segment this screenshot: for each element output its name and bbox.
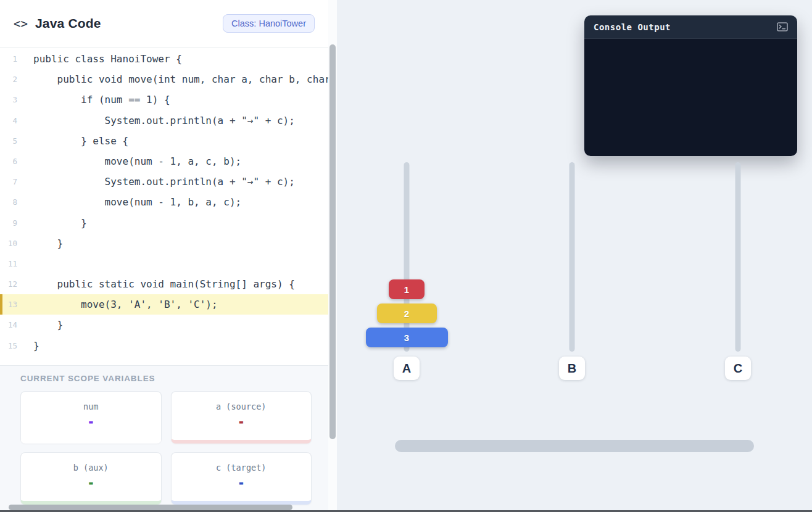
code-line: 4 System.out.println(a + "→" + c);	[0, 110, 328, 131]
peg-rod	[735, 162, 741, 352]
line-text: move(num - 1, a, c, b);	[33, 151, 241, 171]
line-text: }	[33, 336, 39, 356]
line-number: 13	[0, 294, 17, 315]
peg-label-a: A	[394, 357, 420, 380]
line-text: }	[33, 233, 63, 254]
line-number: 9	[0, 213, 17, 233]
variable-value: -	[238, 477, 244, 489]
scope-variables-grid: num-a (source)-b (aux)-c (target)-	[20, 391, 312, 505]
code-line: 5 } else {	[0, 131, 328, 151]
code-panel: <> Java Code Class: HanoiTower 1public c…	[0, 0, 337, 512]
peg-label-c: C	[725, 357, 751, 380]
line-text: }	[33, 315, 63, 335]
scope-variables-title: CURRENT SCOPE VARIABLES	[20, 374, 328, 383]
line-text: move(3, 'A', 'B', 'C');	[33, 294, 218, 315]
scope-variables-section: CURRENT SCOPE VARIABLES num-a (source)-b…	[0, 365, 328, 512]
line-text: public void move(int num, char a, char b…	[33, 69, 328, 89]
line-text: System.out.println(a + "→" + c);	[33, 171, 295, 192]
code-line: 15}	[0, 336, 328, 356]
code-line: 9 }	[0, 213, 328, 233]
vertical-scrollbar-track[interactable]	[328, 0, 337, 512]
variable-card: num-	[20, 391, 162, 444]
variable-value: -	[88, 416, 94, 428]
towers-base	[395, 440, 754, 452]
code-line: 8 move(num - 1, b, a, c);	[0, 192, 328, 212]
line-number: 3	[0, 89, 17, 110]
line-text: System.out.println(a + "→" + c);	[33, 110, 295, 131]
code-panel-header: <> Java Code Class: HanoiTower	[0, 0, 328, 47]
peg-group-a: 123A	[357, 162, 456, 380]
hanoi-visualizer-app: <> Java Code Class: HanoiTower 1public c…	[0, 0, 812, 512]
code-line: 2 public void move(int num, char a, char…	[0, 69, 328, 89]
line-text: move(num - 1, b, a, c);	[33, 192, 241, 212]
line-text: }	[33, 213, 87, 233]
code-line: 1public class HanoiTower {	[0, 49, 328, 69]
code-line: 13 move(3, 'A', 'B', 'C');	[0, 294, 328, 315]
line-number: 11	[0, 254, 17, 274]
peg-rod	[570, 162, 575, 352]
editor-title: Java Code	[35, 16, 223, 31]
line-number: 5	[0, 131, 17, 151]
code-brackets-icon: <>	[14, 17, 28, 30]
disk-1: 1	[389, 279, 425, 299]
variable-name: b (aux)	[73, 463, 109, 473]
class-name-badge: Class: HanoiTower	[223, 14, 315, 33]
code-line: 11	[0, 254, 328, 274]
code-editor: 1public class HanoiTower {2 public void …	[0, 47, 328, 365]
variable-value: -	[238, 416, 244, 428]
peg-group-c: C	[689, 162, 787, 380]
variable-card: c (target)-	[171, 452, 312, 505]
disk-stack: 123	[357, 279, 456, 347]
peg-group-b: B	[523, 162, 621, 380]
line-number: 6	[0, 151, 17, 171]
line-number: 14	[0, 315, 17, 335]
vertical-scrollbar-thumb[interactable]	[329, 44, 336, 439]
line-text: public class HanoiTower {	[33, 49, 182, 69]
horizontal-scrollbar-thumb[interactable]	[9, 505, 292, 510]
towers-area: 123ABC	[337, 162, 812, 380]
code-line: 14 }	[0, 315, 328, 335]
visualization-panel: Console Output 123ABC	[337, 0, 812, 512]
line-number: 10	[0, 233, 17, 254]
peg-label-b: B	[559, 357, 585, 380]
line-text: public static void main(String[] args) {	[33, 274, 295, 294]
variable-name: num	[83, 402, 98, 411]
variable-card: b (aux)-	[20, 452, 162, 505]
code-line: 12 public static void main(String[] args…	[0, 274, 328, 294]
line-number: 8	[0, 192, 17, 212]
line-text: if (num == 1) {	[33, 89, 170, 110]
variable-name: a (source)	[216, 402, 266, 411]
console-panel: Console Output	[584, 15, 797, 156]
disk-2: 2	[377, 303, 437, 323]
line-number: 1	[0, 49, 17, 69]
code-line: 3 if (num == 1) {	[0, 89, 328, 110]
line-number: 7	[0, 171, 17, 192]
terminal-icon	[777, 22, 788, 31]
disk-3: 3	[366, 328, 448, 347]
code-line: 6 move(num - 1, a, c, b);	[0, 151, 328, 171]
console-header: Console Output	[584, 15, 797, 39]
variable-card: a (source)-	[171, 391, 312, 444]
console-output-body	[584, 39, 797, 156]
line-text: } else {	[33, 131, 128, 151]
code-line: 10 }	[0, 233, 328, 254]
variable-value: -	[88, 477, 94, 489]
line-number: 2	[0, 69, 17, 89]
line-number: 4	[0, 110, 17, 131]
line-number: 15	[0, 336, 17, 356]
variable-name: c (target)	[216, 463, 266, 473]
console-title: Console Output	[594, 22, 777, 32]
line-number: 12	[0, 274, 17, 294]
code-line: 7 System.out.println(a + "→" + c);	[0, 171, 328, 192]
